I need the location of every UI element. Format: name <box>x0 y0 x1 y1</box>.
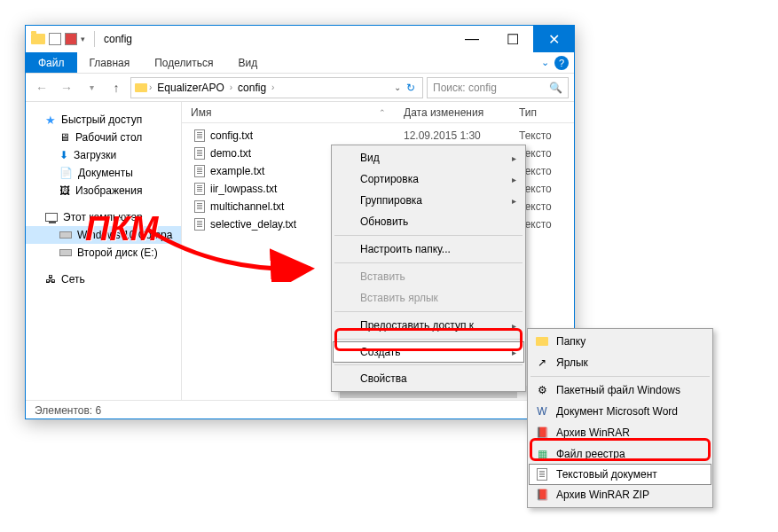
nav-desktop[interactable]: 🖥Рабочий стол <box>26 129 181 146</box>
menu-new-textdoc[interactable]: Текстовый документ <box>529 464 711 485</box>
context-menu: Вид Сортировка Группировка Обновить Наст… <box>331 145 526 392</box>
ribbon-view[interactable]: Вид <box>225 52 270 73</box>
breadcrumb[interactable]: › EqualizerAPO › config › ⌄ ↻ <box>130 77 423 98</box>
text-icon <box>194 183 205 195</box>
winrar-icon: 📕 <box>535 488 549 502</box>
menu-sort[interactable]: Сортировка <box>334 168 523 190</box>
text-icon <box>535 467 549 481</box>
menu-refresh[interactable]: Обновить <box>334 211 523 232</box>
download-icon: ⬇ <box>59 149 68 161</box>
folder-icon <box>535 334 549 348</box>
winrar-icon: 📕 <box>535 426 549 440</box>
menu-create[interactable]: Создать <box>333 341 524 363</box>
col-type[interactable]: Тип <box>510 106 546 119</box>
picture-icon: 🖼 <box>59 184 70 197</box>
status-bar: Элементов: 6 <box>26 400 574 419</box>
ribbon-file[interactable]: Файл <box>26 52 77 73</box>
up-button[interactable]: ↑ <box>106 77 127 98</box>
qat-icon[interactable] <box>65 33 77 45</box>
menu-paste: Вставить <box>334 266 523 287</box>
file-name: example.txt <box>210 165 264 177</box>
col-name[interactable]: Имя⌃ <box>182 106 395 119</box>
ribbon-home[interactable]: Главная <box>77 52 143 73</box>
disk-icon <box>59 249 72 256</box>
item-count: Элементов: 6 <box>35 404 101 417</box>
menu-properties[interactable]: Свойства <box>334 368 523 389</box>
nav-downloads[interactable]: ⬇Загрузки <box>26 146 181 164</box>
text-icon <box>194 200 205 213</box>
search-icon: 🔍 <box>549 82 562 94</box>
text-icon <box>194 129 205 142</box>
menu-view[interactable]: Вид <box>334 147 523 168</box>
desktop-icon: 🖥 <box>59 131 70 144</box>
qat-icon[interactable] <box>49 33 61 45</box>
menu-give-access[interactable]: Предоставить доступ к <box>334 315 523 336</box>
address-bar: ← → ▾ ↑ › EqualizerAPO › config › ⌄ ↻ По… <box>26 74 574 102</box>
titlebar: ▾ config — ☐ ✕ <box>26 26 574 52</box>
recent-button[interactable]: ▾ <box>81 77 102 98</box>
file-name: demo.txt <box>210 147 251 160</box>
file-name: config.txt <box>210 129 253 142</box>
file-date: 12.09.2015 1:30 <box>395 129 510 142</box>
menu-new-registry[interactable]: ▦Файл реестра <box>530 443 711 465</box>
file-name: iir_lowpass.txt <box>210 183 277 195</box>
document-icon: 📄 <box>59 167 73 179</box>
pc-icon <box>45 213 58 222</box>
shortcut-icon: ↗ <box>535 356 549 370</box>
nav-pictures[interactable]: 🖼Изображения <box>26 182 181 200</box>
window-controls: — ☐ ✕ <box>452 26 574 52</box>
chevron-down-icon[interactable]: ⌄ <box>394 82 401 92</box>
gear-icon: ⚙ <box>535 383 549 397</box>
menu-group[interactable]: Группировка <box>334 190 523 211</box>
menu-new-folder[interactable]: Папку <box>530 331 711 352</box>
chevron-right-icon: › <box>271 82 274 92</box>
folder-icon <box>31 34 45 44</box>
disk-icon <box>59 231 72 239</box>
file-name: multichannel.txt <box>210 200 284 213</box>
ribbon: Файл Главная Поделиться Вид ⌄ ? <box>26 52 574 74</box>
menu-new-batch[interactable]: ⚙Пакетный файл Windows <box>530 379 711 401</box>
help-icon[interactable]: ? <box>554 56 569 70</box>
close-button[interactable]: ✕ <box>533 26 574 52</box>
menu-paste-shortcut: Вставить ярлык <box>334 287 523 309</box>
chevron-down-icon[interactable]: ⌄ <box>541 57 549 68</box>
star-icon: ★ <box>45 113 56 127</box>
minimize-button[interactable]: — <box>452 26 492 52</box>
nav-documents[interactable]: 📄Документы <box>26 164 181 182</box>
folder-icon <box>135 83 147 92</box>
menu-customize[interactable]: Настроить папку... <box>334 239 523 260</box>
qat: ▾ config <box>26 31 138 47</box>
chevron-right-icon: › <box>230 82 232 92</box>
search-input[interactable]: Поиск: config 🔍 <box>427 77 569 98</box>
sort-icon: ⌃ <box>379 108 386 117</box>
nav-quick-access[interactable]: ★Быстрый доступ <box>26 111 181 129</box>
chevron-down-icon[interactable]: ▾ <box>81 35 85 43</box>
menu-new-shortcut[interactable]: ↗Ярлык <box>530 352 711 373</box>
ribbon-share[interactable]: Поделиться <box>142 52 225 73</box>
search-placeholder: Поиск: config <box>433 82 497 94</box>
menu-new-winrar[interactable]: 📕Архив WinRAR <box>530 422 711 443</box>
text-icon <box>194 165 205 177</box>
breadcrumb-seg[interactable]: EqualizerAPO <box>153 82 227 94</box>
file-row[interactable]: config.txt12.09.2015 1:30Тексто <box>182 127 574 145</box>
word-icon: W <box>535 404 549 419</box>
maximize-button[interactable]: ☐ <box>492 26 533 52</box>
menu-new-winrarzip[interactable]: 📕Архив WinRAR ZIP <box>530 484 711 505</box>
forward-button[interactable]: → <box>56 77 77 98</box>
window-title: config <box>104 33 132 45</box>
network-icon: 🖧 <box>45 273 56 286</box>
text-icon <box>194 147 205 160</box>
breadcrumb-seg[interactable]: config <box>234 82 270 94</box>
column-headers: Имя⌃ Дата изменения Тип <box>182 102 574 123</box>
file-type: Тексто <box>510 129 552 142</box>
annotation-arrow <box>138 220 324 282</box>
registry-icon: ▦ <box>535 447 549 461</box>
back-button[interactable]: ← <box>31 77 52 98</box>
menu-new-word[interactable]: WДокумент Microsoft Word <box>530 401 711 422</box>
col-date[interactable]: Дата изменения <box>395 106 510 119</box>
context-submenu-create: Папку ↗Ярлык ⚙Пакетный файл Windows WДок… <box>527 328 713 508</box>
chevron-right-icon: › <box>149 82 152 92</box>
refresh-icon[interactable]: ↻ <box>403 82 419 94</box>
